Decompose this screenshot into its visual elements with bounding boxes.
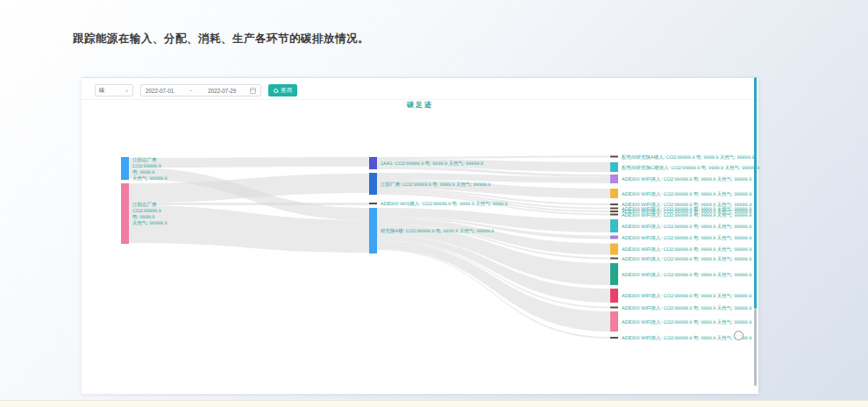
sankey-node-label: ADE300 WIFI接入: CO2:99999.9 电: 9999.9 天然气… (622, 224, 751, 230)
sankey-node-R2[interactable] (610, 162, 618, 172)
sankey-node-label: ADE300 WIFI接入: CO2:99999.9 电: 9999.9 天然气… (622, 235, 751, 241)
sankey-node-R14[interactable] (610, 289, 618, 303)
sankey-node-R16[interactable] (610, 311, 618, 332)
date-range-separator: ~ (189, 88, 193, 94)
sankey-node-R3[interactable] (610, 175, 618, 183)
sankey-node-label: ADE300 WIFI接入: CO2:99999.9 电: 9999.9 天然气… (622, 176, 751, 182)
feedback-comment-icon[interactable]: ··· (734, 331, 743, 340)
metric-select[interactable]: 碳 ∨ (95, 84, 133, 96)
sankey-node-R17[interactable] (610, 337, 618, 339)
chevron-down-icon: ∨ (125, 89, 129, 93)
sankey-node-label: 江阴厂房: CO2:99999.9 电: 9999.9 天然气: 99999.9 (381, 182, 491, 188)
sankey-node-label: ADE300 WIFI接入: CO2:99999.9 电: 9999.9 天然气… (622, 335, 751, 341)
date-range-picker[interactable]: 2022-07-01 ~ 2022-07-29 (140, 84, 261, 96)
search-button[interactable]: 查询 (268, 84, 297, 96)
sankey-link[interactable] (129, 157, 369, 168)
sankey-node-R12[interactable] (610, 258, 618, 260)
sankey-node-label: ADE900 W01楼入: CO2:99999.9 电: 9999.9 天然气:… (381, 201, 508, 207)
search-button-label: 查询 (281, 87, 292, 95)
sankey-node-M3[interactable] (369, 203, 377, 204)
sankey-node-label: ADE300 WIFI接入: CO2:99999.9 电: 9999.9 天然气… (622, 319, 751, 325)
sankey-node-L1[interactable] (121, 157, 129, 180)
sankey-node-label: 配电间研究院C楼接入: CO2:99999.9 电: 9999.9 天然气: 9… (622, 165, 759, 171)
scrollbar-thumb[interactable] (754, 77, 757, 309)
sankey-link[interactable] (129, 203, 369, 205)
sankey-node-label: ADE300 WIFI接入: CO2:99999.9 电: 9999.9 天然气… (622, 212, 751, 218)
sankey-node-R4[interactable] (610, 189, 618, 198)
sankey-node-label: ADE300 WIFI接入: CO2:99999.9 电: 9999.9 天然气… (622, 272, 751, 278)
chart-title: 碳足迹 (82, 100, 758, 110)
sankey-node-label: ADE300 WIFI接入: CO2:99999.9 电: 9999.9 天然气… (622, 256, 751, 262)
search-icon (274, 89, 278, 93)
sankey-node-R11[interactable] (610, 244, 618, 255)
sankey-node-L2[interactable] (121, 183, 129, 244)
bottom-strip (0, 400, 868, 407)
sankey-node-M2[interactable] (369, 173, 377, 195)
sankey-node-label: ADE300 WIFI接入: CO2:99999.9 电: 9999.9 天然气… (622, 305, 751, 311)
sankey-node-label: ADE300 WIFI接入: CO2:99999.9 电: 9999.9 天然气… (622, 191, 751, 197)
sankey-node-M1[interactable] (369, 157, 377, 169)
sankey-node-R5[interactable] (610, 204, 618, 205)
sankey-node-R6[interactable] (610, 208, 618, 210)
sankey-node-label: ADE300 WIFI接入: CO2:99999.9 电: 9999.9 天然气… (622, 246, 751, 253)
sankey-node-R10[interactable] (610, 236, 618, 239)
sankey-node-label: 1AA1: CO2:99999.9 电: 9999.9 天然气: 99999.9 (381, 161, 483, 167)
date-start-value: 2022-07-01 (146, 88, 174, 94)
sankey-node-label: 配电间研究院A楼入: CO2:99999.9 电: 9999.9 天然气: 99… (622, 154, 754, 161)
sankey-node-label: 研究院A楼: CO2:99999.9 电: 9999.9 天然气: 99999.… (381, 228, 494, 234)
sankey-node-R8[interactable] (610, 214, 618, 216)
sankey-node-R9[interactable] (610, 219, 618, 232)
sankey-node-M4[interactable] (369, 208, 377, 253)
sankey-node-R13[interactable] (610, 263, 618, 285)
sankey-link[interactable] (377, 156, 610, 160)
sankey-node-label: ADE300 WIFI接入: CO2:99999.9 电: 9999.9 天然气… (622, 293, 751, 299)
sankey-node-R15[interactable] (610, 307, 618, 309)
date-end-value: 2022-07-29 (208, 88, 236, 94)
sankey-chart: 江阴总厂房CO2:99999.9电: 9999.9天然气: 99999.9江阴总… (0, 0, 868, 407)
calendar-icon (250, 88, 256, 94)
sankey-node-R1[interactable] (610, 156, 618, 158)
scrollbar-track[interactable] (754, 309, 757, 386)
sankey-node-R7[interactable] (610, 211, 618, 212)
metric-select-value: 碳 (99, 87, 105, 95)
